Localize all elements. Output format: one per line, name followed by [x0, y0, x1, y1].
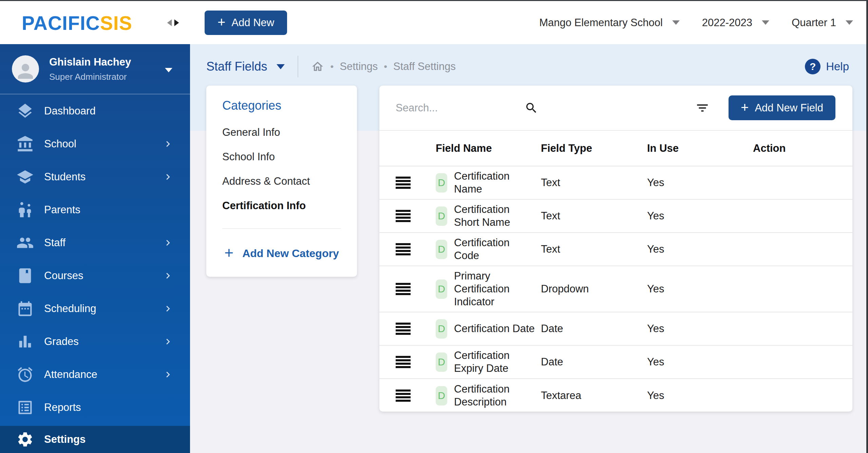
drag-cell: [379, 283, 436, 295]
sidebar-item-school[interactable]: School: [0, 127, 190, 160]
sidebar-collapse-icon[interactable]: [166, 15, 181, 30]
category-item[interactable]: School Info: [222, 145, 341, 169]
bar-chart-icon: [16, 333, 34, 350]
user-role: Super Administrator: [49, 72, 131, 82]
default-badge: D: [436, 319, 447, 339]
user-profile[interactable]: Ghislain Hachey Super Administrator: [0, 44, 190, 94]
help-label: Help: [826, 60, 849, 73]
default-badge: D: [436, 279, 447, 299]
people-icon: [16, 234, 34, 252]
add-new-category-button[interactable]: + Add New Category: [222, 229, 341, 278]
sidebar-item-courses[interactable]: Courses: [0, 259, 190, 292]
search-icon[interactable]: [525, 101, 538, 115]
field-type: Text: [541, 210, 647, 222]
staff-fields-panel: + Add New Field Field Name Field Type In…: [379, 86, 852, 412]
sidebar: Ghislain Hachey Super Administrator Dash…: [0, 44, 190, 453]
help-button[interactable]: ? Help: [805, 59, 849, 74]
alarm-clock-icon: [16, 366, 34, 383]
table-row: DCertification NameTextYes: [379, 166, 852, 200]
logo-text-primary: PACIFIC: [22, 12, 100, 34]
category-item[interactable]: General Info: [222, 120, 341, 145]
column-header-field-type: Field Type: [541, 142, 647, 155]
in-use: Yes: [647, 177, 753, 189]
app-root: PACIFICSIS + Add New Mango Elementary Sc…: [0, 0, 868, 453]
sidebar-item-attendance[interactable]: Attendance: [0, 358, 190, 391]
add-new-field-label: Add New Field: [755, 102, 823, 114]
field-name: Certification Expiry Date: [454, 349, 510, 375]
sidebar-item-settings[interactable]: Settings: [0, 426, 190, 453]
chevron-down-icon[interactable]: [277, 64, 285, 69]
field-name-cell: DCertification Date: [436, 319, 541, 339]
school-selector[interactable]: Mango Elementary School: [539, 17, 680, 29]
field-name: Primary Certification Indicator: [454, 270, 510, 308]
sidebar-item-scheduling[interactable]: Scheduling: [0, 292, 190, 325]
sidebar-item-students[interactable]: Students: [0, 160, 190, 193]
home-icon[interactable]: [311, 60, 324, 73]
chevron-right-icon: [162, 270, 174, 282]
plus-icon: +: [741, 101, 749, 114]
field-name-cell: DCertification Description: [436, 383, 541, 409]
drag-cell: [379, 243, 436, 255]
app-logo[interactable]: PACIFICSIS: [22, 12, 132, 34]
column-header-in-use: In Use: [647, 142, 753, 155]
page-title[interactable]: Staff Fields: [206, 59, 267, 74]
field-name: Certification Description: [454, 383, 510, 409]
add-new-button[interactable]: + Add New: [205, 11, 287, 35]
drag-handle-icon[interactable]: [396, 177, 411, 189]
sidebar-item-label: Attendance: [44, 368, 97, 381]
gear-icon: [16, 431, 34, 448]
drag-handle-icon[interactable]: [396, 356, 411, 368]
field-type: Text: [541, 243, 647, 255]
sidebar-item-staff[interactable]: Staff: [0, 226, 190, 259]
quarter-selector[interactable]: Quarter 1: [792, 17, 853, 29]
calendar-icon: [16, 300, 34, 318]
year-selector[interactable]: 2022-2023: [702, 17, 769, 29]
in-use: Yes: [647, 323, 753, 335]
sidebar-nav: DashboardSchoolStudentsParentsStaffCours…: [0, 94, 190, 453]
category-item[interactable]: Address & Contact: [222, 169, 341, 194]
page-header: Staff Fields • Settings • Staff Settings…: [206, 54, 849, 79]
vertical-divider: [298, 56, 298, 77]
drag-handle-icon[interactable]: [396, 243, 411, 255]
category-item[interactable]: Certification Info: [222, 194, 341, 218]
table-row: DCertification DateDateYes: [379, 312, 852, 346]
default-badge: D: [436, 386, 447, 405]
plus-icon: +: [218, 15, 225, 29]
drag-handle-icon[interactable]: [396, 210, 411, 222]
categories-list: General InfoSchool InfoAddress & Contact…: [222, 120, 341, 218]
chevron-down-icon: [846, 20, 853, 25]
sidebar-item-parents[interactable]: Parents: [0, 193, 190, 226]
field-type: Dropdown: [541, 283, 647, 295]
sidebar-item-grades[interactable]: Grades: [0, 325, 190, 358]
sidebar-item-label: Grades: [44, 336, 79, 348]
drag-handle-icon[interactable]: [396, 323, 411, 335]
sidebar-item-dashboard[interactable]: Dashboard: [0, 94, 190, 127]
drag-handle-icon[interactable]: [396, 389, 411, 402]
add-new-field-button[interactable]: + Add New Field: [729, 95, 835, 120]
table-row: DCertification DescriptionTextareaYes: [379, 379, 852, 412]
breadcrumb-settings[interactable]: Settings: [340, 60, 378, 73]
field-type: Date: [541, 356, 647, 368]
default-badge: D: [436, 173, 447, 193]
in-use: Yes: [647, 243, 753, 255]
table-row: DCertification Short NameTextYes: [379, 200, 852, 233]
chevron-right-icon: [162, 369, 174, 380]
field-name-cell: DPrimary Certification Indicator: [436, 270, 541, 308]
book-icon: [16, 267, 34, 285]
field-name: Certification Code: [454, 236, 510, 262]
table-body: DCertification NameTextYesDCertification…: [379, 166, 852, 412]
sidebar-item-label: Scheduling: [44, 303, 96, 315]
sidebar-item-label: Parents: [44, 204, 80, 216]
search-input[interactable]: [396, 102, 525, 114]
in-use: Yes: [647, 283, 753, 295]
chevron-right-icon: [162, 303, 174, 314]
default-badge: D: [436, 352, 447, 372]
bank-icon: [16, 135, 34, 153]
plus-icon: +: [224, 245, 233, 260]
filter-icon[interactable]: [695, 101, 710, 115]
window-top-edge: [0, 0, 868, 1]
window-scrollbar-edge[interactable]: [866, 0, 868, 453]
sidebar-item-reports[interactable]: Reports: [0, 391, 190, 424]
drag-handle-icon[interactable]: [396, 283, 411, 295]
sidebar-item-label: Dashboard: [44, 105, 96, 117]
